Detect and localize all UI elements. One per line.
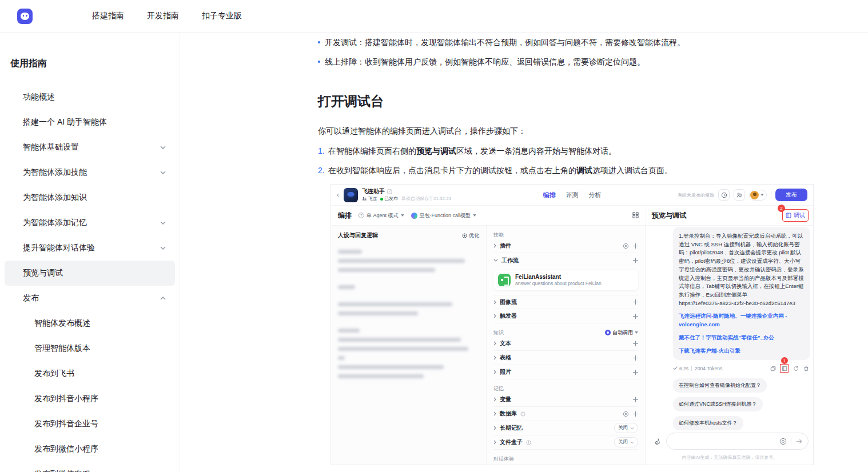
add-photo-icon[interactable]: [633, 370, 638, 375]
copy-icon[interactable]: [770, 365, 776, 371]
agent-mode-select[interactable]: T 单 Agent 模式: [359, 212, 404, 219]
regenerate-icon[interactable]: [793, 365, 799, 371]
nav-item-dev-guide[interactable]: 开发指南: [147, 11, 179, 21]
tab-analyze[interactable]: 分析: [589, 191, 602, 199]
chevron-right-icon: [493, 426, 496, 430]
annotation-badge-1: 1: [781, 357, 788, 364]
sidebar-item-publish-wechat-mini[interactable]: 发布到微信小程序: [5, 437, 175, 462]
auto-call-select[interactable]: 自动调用: [605, 329, 638, 337]
history-icon[interactable]: [718, 189, 730, 201]
sidebar-item-publish-overview[interactable]: 智能体发布概述: [5, 311, 175, 336]
add-variable-icon[interactable]: [633, 397, 638, 402]
sidebar-item-add-skills[interactable]: 为智能体添加技能: [5, 160, 175, 185]
row-workflow[interactable]: 工作流: [493, 253, 638, 267]
clear-context-icon[interactable]: [654, 438, 661, 445]
sidebar-item-improve-dialog[interactable]: 提升智能体对话体验: [5, 235, 175, 261]
row-database[interactable]: 数据库: [493, 407, 638, 421]
success-check-icon: [673, 366, 678, 371]
publish-button[interactable]: 发布: [775, 189, 807, 201]
back-chevron-icon[interactable]: ‹: [337, 191, 339, 199]
sidebar-item-publish-douyin-mini[interactable]: 发布到抖音小程序: [5, 386, 175, 411]
workflow-card[interactable]: FeiLianAssistant answer questions about …: [493, 270, 638, 290]
layout-expand-icon[interactable]: [632, 212, 639, 219]
auto-add-icon[interactable]: [623, 411, 629, 417]
ai-disclaimer: 内容由AI生成，无法确保真实准确，仅供参考。: [646, 454, 814, 461]
row-photo-knowledge[interactable]: 照片: [493, 365, 638, 379]
sidebar-item-basic-settings[interactable]: 智能体基础设置: [5, 135, 175, 160]
chat-input[interactable]: [666, 433, 809, 450]
row-trigger[interactable]: 触发器: [493, 309, 638, 323]
orchestrate-title: 编排: [338, 211, 352, 221]
collaborate-icon[interactable]: [734, 189, 745, 201]
sidebar-item-publish-feishu[interactable]: 发布到飞书: [5, 361, 175, 386]
sidebar-item-add-memory[interactable]: 为智能体添加记忆: [5, 210, 175, 235]
chat-input-row: [654, 433, 809, 450]
edit-icon[interactable]: [387, 189, 392, 194]
row-text-knowledge[interactable]: 文本: [493, 337, 638, 351]
row-variable[interactable]: 变量: [493, 393, 638, 407]
tab-evaluate[interactable]: 评测: [566, 191, 579, 199]
add-text-icon[interactable]: [633, 341, 638, 346]
knowledge-section-label: 知识 自动调用: [493, 329, 638, 337]
add-table-icon[interactable]: [633, 355, 638, 361]
row-file-box[interactable]: 文件盒子 关闭: [493, 435, 638, 450]
suggested-question[interactable]: 在控制台如何查看镜像初始化配置？: [673, 378, 767, 393]
send-icon[interactable]: [795, 438, 803, 445]
long-memory-toggle[interactable]: 关闭: [614, 423, 638, 433]
doc-bullet: 开发调试：搭建智能体时，发现智能体输出不符合预期，例如回答与问题不符，需要修改智…: [318, 37, 764, 48]
user-avatar-menu[interactable]: [749, 190, 767, 201]
add-imageflow-icon[interactable]: [633, 299, 638, 305]
reference-link[interactable]: 飞连远程访问-随时随地、一键连接企业内网 - volcengine.com: [679, 312, 805, 329]
doc-bullet: 线上排障：收到智能体用户反馈，例如智能体不响应、返回错误信息，需要诊断定位问题。: [318, 56, 764, 67]
optimize-button[interactable]: 优化: [462, 232, 479, 239]
mention-icon[interactable]: [779, 438, 787, 445]
workflow-name: FeiLianAssistant: [515, 274, 602, 280]
shot-toolbar: 编排 T 单 Agent 模式 豆包·Function call模型: [331, 206, 646, 226]
coze-logo-icon[interactable]: [17, 9, 33, 24]
sidebar-item-overview[interactable]: 功能概述: [5, 85, 175, 110]
reference-link[interactable]: 藏不住了！字节跳动实战“零信任”_办公: [679, 334, 805, 342]
preview-debug-header: 预览与调试 2 调试: [646, 206, 814, 226]
sidebar-item-add-knowledge[interactable]: 为智能体添加知识: [5, 185, 175, 210]
tab-orchestrate[interactable]: 编排: [543, 191, 556, 199]
sidebar-item-manage-versions[interactable]: 管理智能体版本: [5, 336, 175, 361]
sidebar-item-build-ai-assistant[interactable]: 搭建一个 AI 助手智能体: [5, 110, 175, 135]
skills-panel: 技能 插件 工作流: [487, 226, 646, 465]
chevron-down-icon: [493, 259, 498, 262]
chevron-right-icon: [493, 370, 496, 374]
main-content: 开发调试：搭建智能体时，发现智能体输出不符合预期，例如回答与问题不符，需要修改智…: [181, 33, 868, 472]
add-workflow-icon[interactable]: [633, 258, 638, 263]
sidebar-item-publish-douyin-enterprise[interactable]: 发布到抖音企业号: [5, 411, 175, 437]
debug-button[interactable]: 调试: [782, 209, 809, 222]
suggested-question[interactable]: 如何通过VNC或SSH连接到机器？: [673, 397, 763, 411]
add-trigger-icon[interactable]: [633, 314, 638, 319]
suggested-question[interactable]: 如何修改本机hosts文件？: [673, 416, 743, 430]
shot-header: ‹ 飞连助手 飞连: [331, 185, 813, 206]
delete-icon[interactable]: [803, 365, 809, 371]
chevron-down-icon: [160, 146, 166, 149]
row-table-knowledge[interactable]: 表格: [493, 351, 638, 365]
divider: [791, 438, 791, 445]
memory-section-label: 记忆: [493, 385, 638, 393]
sidebar-item-publish[interactable]: 发布: [5, 286, 175, 311]
row-plugin[interactable]: 插件: [493, 239, 638, 253]
message-debug-icon[interactable]: [781, 365, 787, 371]
agent-mode-icon: T: [359, 213, 364, 218]
sidebar-item-publish-wechat-service[interactable]: 发布到微信客服: [5, 462, 175, 472]
row-imageflow[interactable]: 图像流: [493, 295, 638, 309]
file-box-toggle[interactable]: 关闭: [614, 437, 638, 447]
divider: [771, 191, 771, 199]
add-database-icon[interactable]: [633, 411, 638, 417]
add-plugin-icon[interactable]: [633, 243, 638, 249]
sidebar-item-preview-debug[interactable]: 预览与调试: [5, 261, 175, 286]
auto-add-icon[interactable]: [623, 243, 629, 249]
chat-panel: 1.登录控制台：导入镜像配置完成后启动系统，可以通过 VNC 或 SSH 连接到…: [646, 226, 814, 465]
skills-section-label: 技能: [493, 231, 638, 239]
model-select[interactable]: 豆包·Function call模型: [411, 212, 477, 219]
redacted-persona-text: [338, 250, 479, 378]
team-name: 飞连: [368, 196, 377, 202]
nav-item-build-guide[interactable]: 搭建指南: [92, 11, 124, 21]
row-long-term-memory[interactable]: 长期记忆 关闭: [493, 421, 638, 435]
reference-link[interactable]: 下载飞连客户端-火山引擎: [679, 347, 805, 355]
nav-item-pro-edition[interactable]: 扣子专业版: [202, 11, 242, 21]
